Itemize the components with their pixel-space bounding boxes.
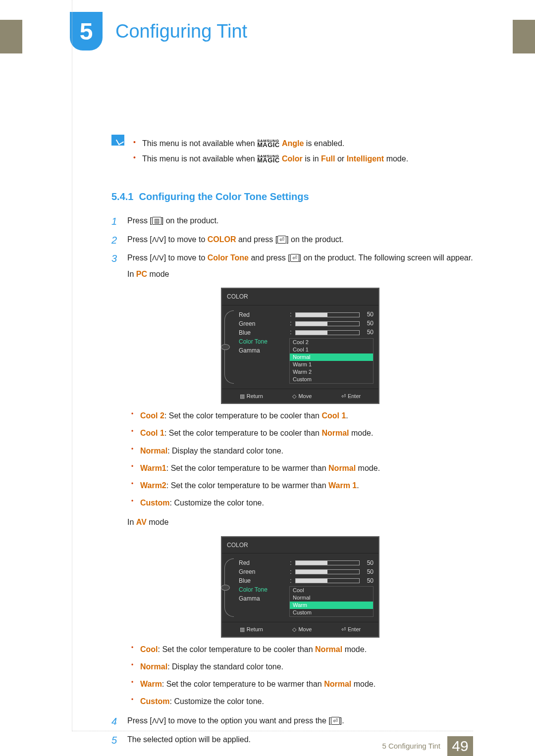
text: mode	[147, 518, 168, 526]
text: : Set the color temperature to be cooler…	[158, 645, 316, 654]
term: Color	[282, 154, 303, 163]
text: .	[346, 411, 348, 420]
osd-slider-row: :50	[289, 576, 374, 585]
text: is enabled.	[306, 139, 344, 148]
slider-icon	[295, 312, 360, 317]
term: Cool	[140, 645, 158, 654]
slider-icon	[295, 330, 360, 335]
osd-label-color-tone: Color Tone	[239, 337, 286, 346]
pc-bullets: Cool 2: Set the color temperature to be …	[127, 409, 473, 509]
term: Normal	[321, 429, 349, 437]
text: mode.	[356, 464, 380, 472]
osd-labels: Red Green Blue Color Tone Gamma	[239, 310, 286, 384]
osd-arc-decor	[224, 558, 236, 617]
list-item: Custom: Customize the color tone.	[127, 496, 473, 509]
text: ].	[340, 716, 344, 725]
text: mode.	[386, 154, 408, 163]
osd-option-selected: Warm	[290, 602, 373, 609]
text: and press [	[249, 253, 290, 262]
osd-label-color-tone: Color Tone	[239, 585, 286, 594]
text: is in	[305, 154, 321, 163]
chapter-number-badge: 5	[70, 12, 103, 50]
slider-icon	[295, 560, 360, 565]
osd-footer-return: ▥Return	[240, 625, 263, 634]
step-1: Press [▥] on the product.	[111, 214, 473, 227]
footer-label: 5 Configuring Tint	[382, 742, 440, 750]
list-item: Cool: Set the color temperature to be co…	[127, 643, 473, 656]
term: Warm	[140, 680, 162, 688]
enter-icon: ⏎	[341, 626, 346, 632]
text: Press [	[127, 716, 152, 725]
eye-icon	[221, 344, 230, 350]
term: Normal	[140, 447, 167, 455]
text: : Display the standard color tone.	[167, 662, 283, 671]
note-list: This menu is not available when SAMSUNGM…	[133, 135, 408, 167]
osd-screenshot-av: COLOR Red Green Blue Color Tone Gamma :5…	[221, 536, 379, 638]
osd-label-red: Red	[239, 558, 286, 567]
enter-icon: ⏎	[290, 254, 299, 262]
term: Full	[321, 154, 335, 163]
osd-label-blue: Blue	[239, 328, 286, 337]
page-footer: 5 Configuring Tint 49	[72, 731, 473, 756]
osd-slider-row: :50	[289, 310, 374, 319]
osd-option: Warm 1	[290, 361, 373, 368]
text: : Customize the color tone.	[170, 499, 264, 507]
osd-footer-enter: ⏎Enter	[341, 392, 361, 401]
text: : Set the color temperature to be cooler…	[164, 429, 322, 437]
term: Normal	[324, 680, 351, 688]
osd-option: Cool	[290, 587, 373, 594]
term: Custom	[140, 499, 170, 507]
osd-arc-decor	[224, 310, 236, 384]
list-item: Warm1: Set the color temperature to be w…	[127, 461, 473, 475]
osd-label-green: Green	[239, 567, 286, 576]
step-2: Press [ᐱ/ᐯ] to move to COLOR and press […	[111, 233, 473, 246]
page-title: Configuring Tint	[115, 21, 247, 42]
text: or	[337, 154, 347, 163]
text: Press [	[127, 253, 152, 262]
samsung-magic-logo: SAMSUNGMAGIC	[257, 155, 279, 163]
osd-screenshot-pc: COLOR Red Green Blue Color Tone Gamma :5…	[221, 288, 379, 404]
osd-values: :50 :50 :50 Cool 2 Cool 1 Normal Warm 1 …	[289, 310, 374, 384]
term: Normal	[140, 662, 167, 671]
osd-option: Custom	[290, 376, 373, 383]
note-icon	[111, 135, 124, 146]
text: This menu is not available when	[142, 154, 257, 163]
in-av-mode-label: In AV mode	[127, 515, 473, 529]
menu-button-icon: ▥	[240, 626, 245, 632]
note-item: This menu is not available when SAMSUNGM…	[133, 152, 408, 165]
menu-button-icon: ▥	[152, 217, 161, 225]
updown-icon: ᐱ/ᐯ	[152, 236, 164, 243]
updown-icon: ᐱ/ᐯ	[152, 717, 164, 724]
text: mode.	[349, 429, 374, 437]
term: Color Tone	[208, 253, 249, 262]
osd-footer-return: ▥Return	[240, 392, 263, 401]
value: 50	[363, 576, 374, 586]
list-item: Warm2: Set the color temperature to be w…	[127, 479, 473, 492]
osd-body: Red Green Blue Color Tone Gamma :50 :50 …	[222, 305, 378, 389]
term: Warm2	[140, 481, 166, 490]
osd-slider-row: :50	[289, 319, 374, 328]
text: and press [	[236, 235, 278, 244]
osd-footer-move: ◇Move	[292, 392, 312, 401]
page: 5 Configuring Tint This menu is not avai…	[22, 0, 513, 756]
osd-slider-row: :50	[289, 567, 374, 576]
osd-option: Warm 2	[290, 368, 373, 376]
list-item: Normal: Display the standard color tone.	[127, 660, 473, 673]
content-area: This menu is not available when SAMSUNGM…	[111, 135, 473, 746]
osd-body: Red Green Blue Color Tone Gamma :50 :50 …	[222, 554, 378, 622]
osd-dropdown: Cool 2 Cool 1 Normal Warm 1 Warm 2 Custo…	[289, 338, 374, 384]
list-item: Warm: Set the color temperature to be wa…	[127, 677, 473, 691]
step-4: Press [ᐱ/ᐯ] to move to the option you wa…	[111, 714, 473, 727]
osd-label-blue: Blue	[239, 576, 286, 585]
section-heading: 5.4.1 Configuring the Color Tone Setting…	[111, 188, 473, 205]
enter-icon: ⏎	[341, 393, 346, 399]
osd-label-gamma: Gamma	[239, 594, 286, 603]
list-item: Normal: Display the standard color tone.	[127, 444, 473, 457]
note-item: This menu is not available when SAMSUNGM…	[133, 137, 408, 150]
term: Cool 1	[140, 429, 164, 437]
osd-label-green: Green	[239, 319, 286, 328]
osd-label-red: Red	[239, 310, 286, 319]
left-dotted-rule	[72, 0, 72, 731]
eye-icon	[221, 585, 230, 591]
text: : Display the standard color tone.	[167, 447, 283, 455]
